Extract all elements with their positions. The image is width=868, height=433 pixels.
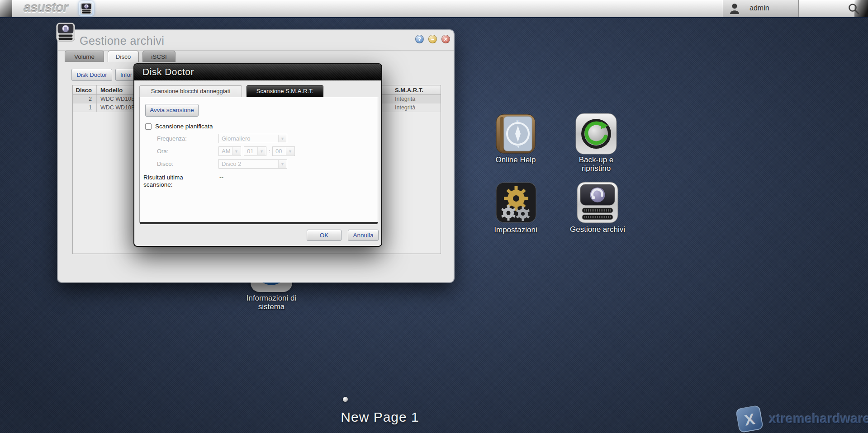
svg-text:S: S — [517, 144, 519, 149]
chevron-down-icon: ▼ — [232, 147, 240, 155]
online-help-icon: N S — [496, 114, 536, 154]
chevron-down-icon: ▼ — [286, 147, 294, 155]
desktop-icon-backup[interactable]: Back-up e ripristino — [567, 113, 626, 173]
svg-text:N: N — [516, 120, 519, 125]
time-hour-select[interactable]: 01 ▼ — [244, 146, 266, 156]
screen: Informazioni di sistema N S Online Help — [0, 0, 868, 433]
desktop-icon-label: Informazioni di sistema — [237, 294, 305, 311]
desktop-icon-label: Online Help — [486, 155, 545, 164]
desktop-icon-impostazioni[interactable]: Impostazioni — [486, 182, 545, 235]
storage-manager-icon — [577, 182, 618, 223]
scheduled-scan-label: Scansione pianificata — [155, 123, 213, 130]
user-menu[interactable]: admin — [723, 0, 799, 17]
tab-volume[interactable]: Volume — [65, 51, 104, 62]
frequency-label: Frequenza: — [157, 135, 187, 142]
taskbar-storage-manager-icon[interactable] — [79, 1, 94, 16]
tab-scansione-blocchi[interactable]: Scansione blocchi danneggiati — [139, 85, 242, 97]
frequency-select[interactable]: Giornaliero ▼ — [218, 134, 287, 143]
search-icon[interactable] — [847, 2, 860, 16]
tab-iscsi[interactable]: iSCSI — [142, 51, 175, 62]
disk-doctor-dialog: Disk Doctor Scansione blocchi danneggiat… — [133, 63, 382, 247]
desktop-icon-online-help[interactable]: N S Online Help — [486, 114, 545, 166]
cell-disk-number: 2 — [73, 95, 97, 104]
chevron-down-icon: ▼ — [278, 160, 286, 168]
settings-icon — [496, 182, 536, 223]
storage-manager-mini-icon — [81, 3, 92, 14]
user-icon — [729, 3, 740, 14]
window-minimize-button[interactable]: – — [428, 35, 437, 43]
header-disco[interactable]: Disco — [73, 85, 97, 94]
topbar-corner-block — [0, 0, 12, 17]
page-name: New Page 1 — [312, 409, 448, 425]
xtremehardware-logo: X — [735, 405, 764, 433]
cell-smart-status: Integrità — [391, 95, 441, 104]
top-bar: asustor admin — [0, 0, 868, 18]
header-smart[interactable]: S.M.A.R.T. — [391, 85, 441, 94]
disk-value: Disco 2 — [222, 160, 241, 167]
time-label: Ora: — [157, 148, 168, 155]
watermark-text: xtremehardware.it — [769, 411, 868, 426]
time-minute-value: 00 — [275, 148, 282, 155]
cell-smart-status: Integrità — [391, 104, 441, 112]
time-hour-value: 01 — [247, 148, 253, 155]
last-scan-result-value: -- — [219, 174, 223, 181]
cancel-button[interactable]: Annulla — [348, 230, 379, 241]
last-scan-result-label: Risultati ultima scansione: — [143, 174, 200, 188]
frequency-value: Giornaliero — [222, 135, 251, 142]
backup-restore-icon — [575, 113, 617, 155]
disk-doctor-button[interactable]: Disk Doctor — [71, 69, 112, 81]
desktop-icon-label: Impostazioni — [486, 226, 545, 234]
time-ampm-select[interactable]: AM ▼ — [218, 146, 241, 156]
window-title-icon — [56, 23, 75, 42]
start-scan-button[interactable]: Avvia scansione — [145, 104, 199, 117]
chevron-down-icon: ▼ — [278, 135, 286, 142]
tab-disco[interactable]: Disco — [108, 51, 139, 62]
page-indicator-dot[interactable] — [343, 397, 348, 402]
time-separator: : — [269, 148, 270, 155]
window-title: Gestione archivi — [80, 34, 164, 47]
scheduled-scan-checkbox[interactable] — [145, 123, 152, 130]
disk-select[interactable]: Disco 2 ▼ — [218, 159, 287, 169]
disk-label: Disco: — [157, 160, 173, 167]
time-minute-select[interactable]: 00 ▼ — [272, 146, 295, 156]
window-help-button[interactable]: ? — [415, 35, 424, 43]
dialog-title: Disk Doctor — [142, 66, 194, 77]
desktop-icon-label: Gestione archivi — [564, 225, 631, 234]
dialog-titlebar[interactable]: Disk Doctor — [134, 64, 381, 80]
window-close-button[interactable]: ✕ — [441, 35, 450, 43]
ok-button[interactable]: OK — [307, 230, 342, 241]
desktop-icon-label: Back-up e ripristino — [569, 155, 623, 173]
desktop-icon-gestione-archivi[interactable]: Gestione archivi — [564, 182, 631, 234]
username-label: admin — [749, 4, 769, 12]
chevron-down-icon: ▼ — [257, 147, 266, 155]
time-ampm-value: AM — [222, 148, 231, 155]
tab-scansione-smart[interactable]: Scansione S.M.A.R.T. — [247, 85, 323, 97]
cell-disk-number: 1 — [73, 104, 97, 112]
dialog-content-panel: Avvia scansione Scansione pianificata Fr… — [139, 97, 378, 224]
asustor-logo: asustor — [24, 0, 68, 15]
